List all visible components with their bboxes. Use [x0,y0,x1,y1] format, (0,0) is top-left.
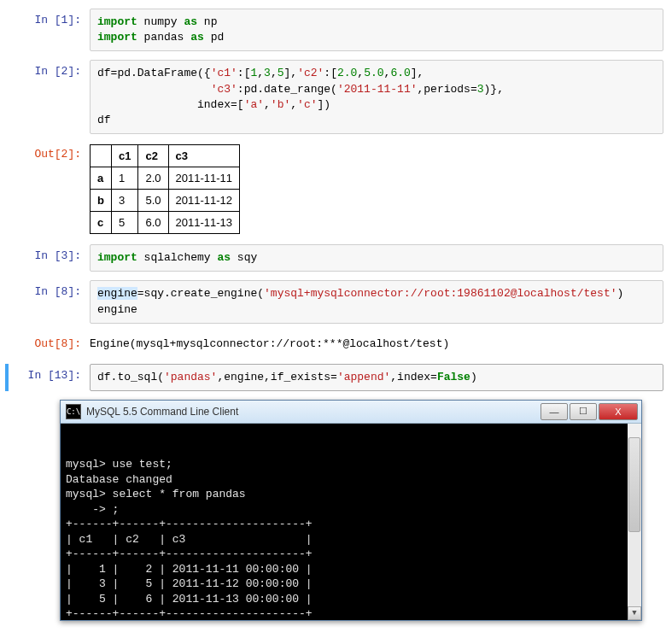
in-prompt: In [3]: [9,244,90,272]
output-text: Engine(mysql+mysqlconnector://root:***@l… [90,332,663,355]
cell-content: import numpy as np import pandas as pd [90,9,663,51]
input-cell: In [2]:df=pd.DataFrame({'c1':[1,3,5],'c2… [9,60,663,134]
terminal-titlebar[interactable]: C:\ MySQL 5.5 Command Line Client — ☐ X [61,401,641,424]
input-cell: In [13]:df.to_sql('pandas',engine,if_exi… [5,364,663,391]
out-prompt: Out[8]: [9,332,90,355]
cell-content: c1c2c3a12.02011-11-11b35.02011-11-12c56.… [90,143,663,236]
in-prompt: In [8]: [9,280,90,323]
table-header: c1 [111,145,137,167]
cell-content: import sqlalchemy as sqy [90,244,663,272]
cell-content: df=pd.DataFrame({'c1':[1,3,5],'c2':[2.0,… [90,60,663,134]
table-row: b35.02011-11-12 [91,190,240,212]
scroll-thumb[interactable] [628,437,640,532]
in-prompt: In [1]: [9,9,90,51]
output-cell: Out[8]:Engine(mysql+mysqlconnector://roo… [9,332,663,355]
notebook-container: In [1]:import numpy as np import pandas … [9,9,663,391]
table-row: a12.02011-11-11 [91,167,240,190]
cell-content: engine=sqy.create_engine('mysql+mysqlcon… [90,280,663,323]
input-cell: In [3]:import sqlalchemy as sqy [9,244,663,272]
maximize-button[interactable]: ☐ [570,403,597,420]
table-header [91,145,112,167]
cell-content: Engine(mysql+mysqlconnector://root:***@l… [90,332,663,355]
output-cell: Out[2]:c1c2c3a12.02011-11-11b35.02011-11… [9,143,663,236]
in-prompt: In [2]: [9,60,90,134]
terminal-title: MySQL 5.5 Command Line Client [86,406,539,418]
scroll-track[interactable] [628,437,641,606]
terminal-scrollbar[interactable]: ▲ ▼ [628,424,641,620]
code-input[interactable]: import sqlalchemy as sqy [90,244,663,272]
mysql-terminal-window: C:\ MySQL 5.5 Command Line Client — ☐ X … [60,400,642,621]
scroll-down-arrow[interactable]: ▼ [628,606,641,620]
in-prompt: In [13]: [9,364,90,391]
input-cell: In [1]:import numpy as np import pandas … [9,9,663,51]
table-header: c2 [138,145,168,167]
terminal-output: mysql> use test; Database changed mysql>… [66,457,636,620]
table-row: c56.02011-11-13 [91,212,240,234]
code-input[interactable]: df=pd.DataFrame({'c1':[1,3,5],'c2':[2.0,… [90,60,663,134]
terminal-body[interactable]: mysql> use test; Database changed mysql>… [61,424,641,620]
code-input[interactable]: import numpy as np import pandas as pd [90,9,663,51]
input-cell: In [8]:engine=sqy.create_engine('mysql+m… [9,280,663,323]
minimize-button[interactable]: — [541,403,568,420]
terminal-icon: C:\ [66,404,81,419]
table-header: c3 [168,145,240,167]
dataframe-table: c1c2c3a12.02011-11-11b35.02011-11-12c56.… [90,144,240,234]
code-input[interactable]: df.to_sql('pandas',engine,if_exists='app… [90,364,663,391]
close-button[interactable]: X [599,403,638,420]
code-input[interactable]: engine=sqy.create_engine('mysql+mysqlcon… [90,280,663,323]
out-prompt: Out[2]: [9,143,90,236]
cell-content: df.to_sql('pandas',engine,if_exists='app… [90,364,663,391]
